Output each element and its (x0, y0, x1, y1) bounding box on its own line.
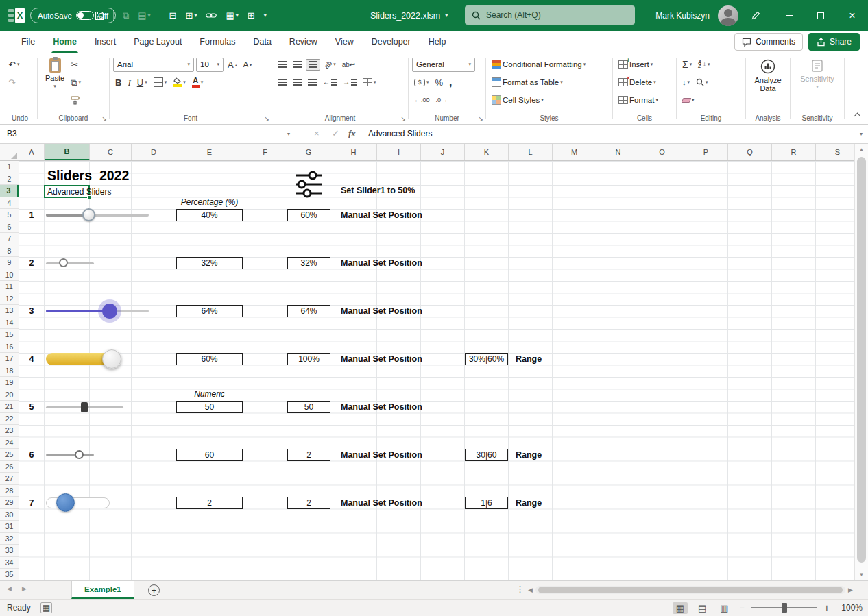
selected-cell-text[interactable]: Advanced Sliders (47, 187, 111, 197)
borders-button[interactable]: ▾ (152, 76, 169, 88)
slider-6-thumb[interactable] (75, 450, 84, 459)
row-header-35[interactable]: 35 (0, 569, 19, 580)
tab-home[interactable]: Home (44, 31, 86, 53)
tab-insert[interactable]: Insert (86, 31, 125, 53)
row-header-14[interactable]: 14 (0, 317, 19, 330)
insert-table-icon[interactable]: ⊞▾ (186, 11, 197, 20)
cancel-icon[interactable]: × (314, 128, 320, 138)
row-header-30[interactable]: 30 (0, 509, 19, 521)
slider-7-range-cell[interactable]: 1|6 (465, 497, 508, 509)
shrink-font-button[interactable]: A▾ (241, 60, 254, 70)
pivot-table-icon[interactable]: ▦▾ (226, 11, 238, 20)
search-box[interactable] (465, 5, 635, 25)
sheet-nav-right-icon[interactable]: ▶ (22, 585, 27, 592)
row-header-3[interactable]: 3 (0, 185, 19, 197)
column-header-S[interactable]: S (816, 144, 854, 160)
row-header-21[interactable]: 21 (0, 401, 19, 413)
zoom-out-button[interactable]: − (739, 603, 745, 613)
slider-1[interactable] (46, 203, 162, 227)
conditional-formatting-button[interactable]: Conditional Formatting▾ (490, 58, 588, 71)
row-header-6[interactable]: 6 (0, 221, 19, 234)
align-bottom-button[interactable] (306, 59, 320, 71)
slider-2[interactable] (46, 251, 162, 275)
align-middle-button[interactable] (291, 60, 304, 70)
slider-6-track[interactable] (46, 454, 94, 456)
vertical-scrollbar[interactable]: ▲ ▼ (854, 144, 868, 580)
tab-scroll-splitter[interactable]: ⋮ (516, 584, 525, 594)
slider-1-thumb[interactable] (82, 208, 95, 221)
slider-6-range-cell[interactable]: 30|60 (465, 449, 508, 461)
row-header-17[interactable]: 17 (0, 353, 19, 365)
decrease-decimal-button[interactable]: .0→ (434, 95, 450, 105)
slider-3-percent-cell[interactable]: 64% (176, 305, 243, 317)
slider-3[interactable] (46, 299, 162, 323)
alignment-dialog-launcher[interactable]: ↘ (400, 115, 406, 122)
row-header-2[interactable]: 2 (0, 173, 19, 186)
grid-icon[interactable]: ⊞ (248, 11, 255, 20)
slider-2-thumb[interactable] (59, 258, 68, 267)
slider-7-numeric-cell[interactable]: 2 (176, 497, 243, 509)
column-header-E[interactable]: E (176, 144, 243, 160)
zoom-slider[interactable] (751, 607, 817, 608)
accounting-format-button[interactable]: $▾ (412, 77, 431, 88)
column-header-L[interactable]: L (509, 144, 553, 160)
comments-button[interactable]: Comments (734, 33, 803, 51)
slider-7-thumb[interactable] (56, 493, 75, 512)
wrap-text-button[interactable]: ab↩ (340, 60, 358, 70)
slider-4-linked-cell[interactable]: 100% (287, 353, 330, 365)
tab-help[interactable]: Help (420, 31, 455, 53)
row-header-9[interactable]: 9 (0, 257, 19, 269)
scroll-down-icon[interactable]: ▼ (855, 569, 868, 580)
delete-cells-button[interactable]: ×Delete▾ (616, 77, 658, 88)
grow-font-button[interactable]: A▴ (226, 59, 239, 71)
select-all-corner[interactable] (0, 144, 19, 161)
autosum-button[interactable]: Σ▾ (680, 58, 694, 71)
font-size-combo[interactable]: 10▾ (196, 58, 224, 72)
slider-7-linked-cell[interactable]: 2 (287, 497, 330, 509)
align-right-button[interactable] (306, 77, 319, 88)
macro-record-icon[interactable]: ▦ (40, 602, 52, 613)
row-header-7[interactable]: 7 (0, 233, 19, 245)
slider-6-numeric-cell[interactable]: 60 (176, 449, 243, 461)
row-header-31[interactable]: 31 (0, 521, 19, 533)
share-button[interactable]: Share (808, 33, 860, 51)
increase-decimal-button[interactable]: ←.00 (412, 95, 432, 105)
collapse-ribbon-icon[interactable] (854, 113, 861, 120)
row-header-23[interactable]: 23 (0, 425, 19, 437)
slider-2-linked-cell[interactable]: 32% (287, 257, 330, 269)
italic-button[interactable]: I (125, 77, 132, 88)
slider-6[interactable] (46, 443, 162, 467)
copy-icon-disabled[interactable]: ⧉ (123, 11, 129, 20)
slider-4-percent-cell[interactable]: 60% (176, 353, 243, 365)
column-header-Q[interactable]: Q (728, 144, 772, 160)
column-header-M[interactable]: M (553, 144, 596, 160)
align-top-button[interactable] (276, 60, 289, 70)
slider-3-thumb[interactable] (102, 304, 117, 319)
column-header-C[interactable]: C (90, 144, 132, 160)
slider-7-track[interactable] (46, 497, 110, 508)
sheet-canvas[interactable]: Sliders_2022 Advanced Sliders Set Slider… (19, 161, 854, 580)
slider-4[interactable] (46, 347, 162, 371)
zoom-in-button[interactable]: + (824, 603, 830, 613)
pen-icon[interactable] (751, 10, 761, 21)
number-format-combo[interactable]: General▾ (412, 58, 475, 72)
row-header-27[interactable]: 27 (0, 473, 19, 485)
row-header-15[interactable]: 15 (0, 329, 19, 341)
row-header-13[interactable]: 13 (0, 305, 19, 317)
font-family-combo[interactable]: Arial▾ (113, 58, 194, 72)
slider-4-range-cell[interactable]: 30%|60% (465, 353, 508, 365)
slider-1-linked-cell[interactable]: 60% (287, 209, 330, 221)
enter-icon[interactable]: ✓ (332, 128, 339, 138)
column-header-B[interactable]: B (45, 144, 90, 160)
orientation-button[interactable]: ab▾ (322, 60, 338, 70)
column-header-I[interactable]: I (377, 144, 421, 160)
qat-overflow-icon[interactable]: ▾ (264, 13, 267, 19)
horizontal-scroll-thumb[interactable] (538, 587, 843, 593)
page-break-view-icon[interactable]: ▥ (716, 602, 732, 614)
slider-3-linked-cell[interactable]: 64% (287, 305, 330, 317)
row-header-12[interactable]: 12 (0, 293, 19, 306)
row-header-22[interactable]: 22 (0, 413, 19, 426)
document-title[interactable]: Sliders_2022.xlsm ▾ (370, 0, 448, 31)
fill-color-button[interactable]: ▾ (171, 76, 188, 88)
clear-button[interactable]: ▾ (680, 96, 697, 104)
